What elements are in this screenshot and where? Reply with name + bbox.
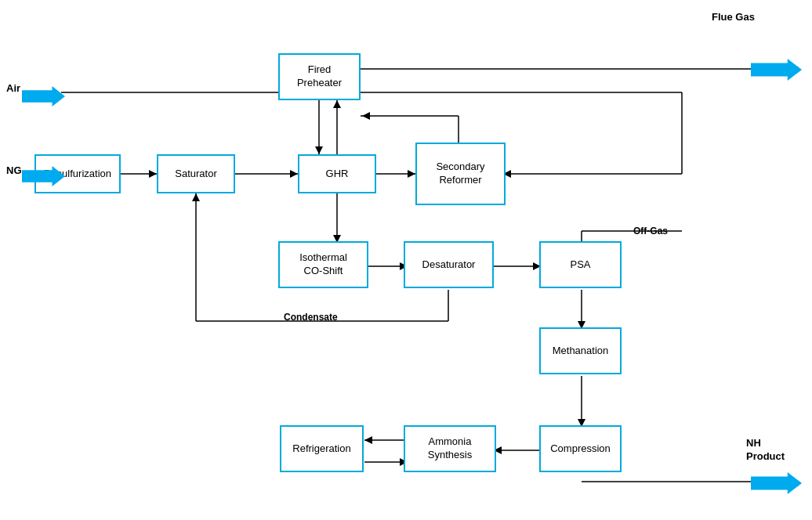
saturator-label: Saturator [175,168,216,181]
methanation-label: Methanation [553,345,609,358]
svg-marker-20 [362,112,370,120]
svg-marker-15 [315,146,323,154]
fired-preheater-box: Fired Preheater [278,53,361,100]
compression-box: Compression [539,425,622,472]
secondary-reformer-label: Secondary Reformer [436,161,484,187]
svg-marker-13 [408,170,415,178]
nh-product-arrow [751,472,802,494]
refrigeration-label: Refrigeration [292,442,350,456]
process-flow-diagram: Desulfurization Saturator Fired Preheate… [0,0,812,520]
air-label: Air [6,82,20,94]
secondary-reformer-box: Secondary Reformer [415,143,506,205]
methanation-box: Methanation [539,327,622,374]
compression-label: Compression [550,442,611,456]
nh-product-label: NHProduct [746,437,785,464]
ghr-label: GHR [326,168,349,181]
ammonia-synthesis-box: Ammonia Synthesis [404,425,496,472]
isothermal-co-shift-box: Isothermal CO-Shift [278,241,368,288]
air-arrow [22,86,65,107]
desaturator-box: Desaturator [404,241,494,288]
svg-marker-17 [333,100,341,108]
svg-marker-34 [364,436,372,444]
ng-label: NG [6,164,22,176]
svg-marker-11 [290,170,298,178]
off-gas-label: Off-Gas [633,226,668,237]
flue-gas-label: Flue Gas [712,11,755,23]
saturator-box: Saturator [157,154,235,193]
psa-label: PSA [570,258,590,272]
isothermal-co-shift-label: Isothermal CO-Shift [299,251,347,278]
refrigeration-box: Refrigeration [280,425,364,472]
psa-box: PSA [539,241,622,288]
desaturator-label: Desaturator [422,258,476,272]
condensate-label: Condensate [284,312,338,323]
flue-gas-arrow [751,59,802,81]
ghr-box: GHR [298,154,376,193]
svg-marker-9 [149,170,157,178]
ammonia-synthesis-label: Ammonia Synthesis [428,435,472,462]
svg-marker-40 [192,193,200,201]
fired-preheater-label: Fired Preheater [297,63,342,90]
